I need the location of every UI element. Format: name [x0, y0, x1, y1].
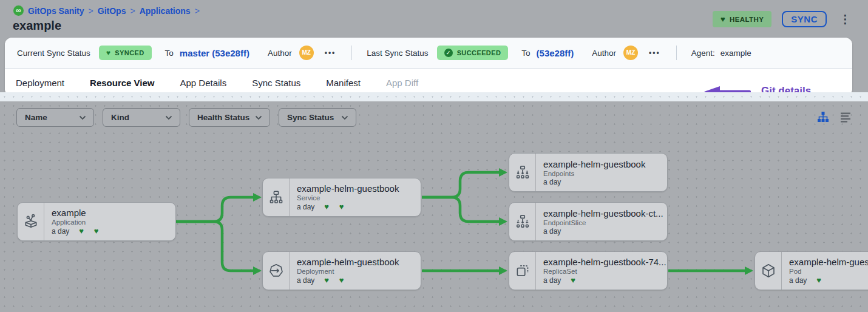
header-actions: ♥ HEALTHY SYNC ⋮: [713, 11, 853, 27]
node-kind: ReplicaSet: [543, 268, 667, 275]
kind-filter-label: Kind: [111, 113, 129, 122]
node-title: example-helm-guestbook: [297, 183, 421, 194]
author-avatar: MZ: [299, 46, 314, 60]
node-age: a day: [543, 227, 561, 236]
breadcrumb-item-root[interactable]: GitOps Sanity: [28, 6, 84, 16]
view-toggle: [816, 110, 852, 124]
author-avatar: MZ: [623, 46, 638, 60]
current-sync-label: Current Sync Status: [17, 49, 90, 58]
agent-value: example: [721, 49, 751, 58]
node-deployment-guestbook[interactable]: example-helm-guestbook Deployment a day …: [262, 251, 421, 290]
to-label: To: [521, 49, 530, 58]
agent-label: Agent:: [691, 49, 715, 58]
service-icon: [263, 178, 290, 216]
node-endpoints-guestbook[interactable]: example-helm-guestbook Endpoints a day: [509, 153, 668, 192]
node-age: a day: [543, 178, 561, 186]
node-kind: Service: [297, 194, 421, 202]
breadcrumb: ∞ GitOps Sanity > GitOps > Applications …: [13, 5, 200, 16]
to-label: To: [165, 49, 174, 58]
breadcrumb-separator: >: [89, 6, 93, 16]
succeeded-badge: ✓ SUCCEEDED: [437, 46, 509, 60]
breadcrumb-item-applications[interactable]: Applications: [140, 6, 191, 16]
health-badge-label: HEALTHY: [730, 16, 764, 23]
chevron-down-icon: [79, 115, 86, 120]
author-label: Author: [268, 49, 292, 58]
breadcrumb-separator: >: [195, 6, 200, 16]
node-replicaset-guestbook[interactable]: example-helm-guestbook-74... ReplicaSet …: [509, 251, 668, 290]
node-age: a day: [789, 276, 807, 285]
node-kind: Application: [52, 219, 175, 226]
node-title: example-helm-guestbook-ct...: [543, 208, 667, 219]
author-label: Author: [592, 49, 616, 58]
node-kind: EndpointSlice: [543, 219, 667, 226]
sync-status-bar: Current Sync Status ♥ SYNCED To master (…: [5, 38, 852, 69]
node-title: example-helm-guestbook: [297, 257, 421, 267]
health-status-filter-dropdown[interactable]: Health Status: [189, 108, 270, 127]
heart-icon: ♥: [106, 49, 111, 57]
pod-icon: [755, 252, 782, 290]
deployment-icon: [263, 252, 290, 290]
node-age: a day: [297, 276, 314, 285]
node-title: example-helm-guestbook: [543, 159, 667, 169]
list-view-icon[interactable]: [839, 110, 852, 124]
sync-status-filter-dropdown[interactable]: Sync Status: [279, 108, 356, 127]
node-title: example-helm-guest: [789, 257, 868, 267]
node-kind: Deployment: [297, 268, 421, 275]
chevron-down-icon: [165, 115, 172, 120]
kebab-menu-icon[interactable]: ⋮: [837, 12, 853, 27]
divider: [351, 46, 352, 60]
divider: [676, 46, 677, 60]
node-age: a day: [297, 203, 314, 211]
canvas-top-strip: [0, 92, 868, 101]
app-status-panel: Current Sync Status ♥ SYNCED To master (…: [5, 38, 852, 96]
name-filter-dropdown[interactable]: Name: [16, 108, 94, 127]
health-heart-icons: ♥: [816, 276, 821, 285]
sync-filter-label: Sync Status: [287, 113, 334, 122]
heart-icon: ♥: [721, 15, 725, 24]
node-pod-guestbook[interactable]: example-helm-guest Pod a day ♥: [754, 251, 868, 290]
health-heart-icons: ♥ ♥: [79, 226, 98, 236]
filter-bar: Name Kind Health Status Sync Status: [16, 108, 356, 127]
breadcrumb-separator: >: [130, 6, 135, 16]
application-icon: [18, 203, 44, 240]
last-sync-label: Last Sync Status: [367, 49, 428, 58]
chevron-down-icon: [255, 115, 262, 120]
endpointslice-icon: [509, 203, 536, 240]
node-application-example[interactable]: example Application a day ♥ ♥: [17, 202, 176, 241]
node-service-guestbook[interactable]: example-helm-guestbook Service a day ♥ ♥: [262, 178, 421, 217]
sync-button[interactable]: SYNC: [782, 11, 827, 27]
replicaset-icon: [509, 252, 536, 290]
tree-view-icon[interactable]: [816, 110, 830, 124]
node-endpointslice-guestbook[interactable]: example-helm-guestbook-ct... EndpointSli…: [509, 202, 668, 241]
synced-badge: ♥ SYNCED: [99, 46, 152, 60]
health-status-badge: ♥ HEALTHY: [713, 11, 771, 27]
health-filter-label: Health Status: [197, 113, 249, 122]
last-revision-link[interactable]: (53e28ff): [537, 48, 574, 58]
endpoints-icon: [509, 154, 536, 191]
page-title: example: [13, 19, 61, 33]
more-options-icon[interactable]: •••: [649, 49, 660, 57]
health-heart-icons: ♥: [571, 276, 575, 285]
check-circle-icon: ✓: [444, 49, 453, 57]
node-age: a day: [543, 276, 561, 285]
node-title: example-helm-guestbook-74...: [543, 257, 667, 267]
node-age: a day: [52, 227, 69, 236]
name-filter-label: Name: [25, 113, 47, 122]
node-kind: Pod: [789, 268, 868, 275]
synced-badge-label: SYNCED: [115, 49, 144, 56]
more-options-icon[interactable]: •••: [325, 49, 336, 57]
health-heart-icons: ♥ ♥: [324, 202, 344, 211]
succeeded-badge-label: SUCCEEDED: [457, 49, 501, 56]
chevron-down-icon: [341, 115, 348, 120]
current-revision-link[interactable]: master (53e28ff): [180, 48, 249, 58]
resource-view-page: { "breadcrumb": { "logo_icon": "gitops-l…: [0, 0, 868, 312]
health-heart-icons: ♥ ♥: [324, 276, 344, 285]
kind-filter-dropdown[interactable]: Kind: [103, 108, 180, 127]
node-kind: Endpoints: [543, 170, 667, 177]
gitops-logo-icon: ∞: [13, 5, 24, 16]
breadcrumb-item-gitops[interactable]: GitOps: [98, 6, 126, 16]
node-title: example: [52, 208, 175, 218]
